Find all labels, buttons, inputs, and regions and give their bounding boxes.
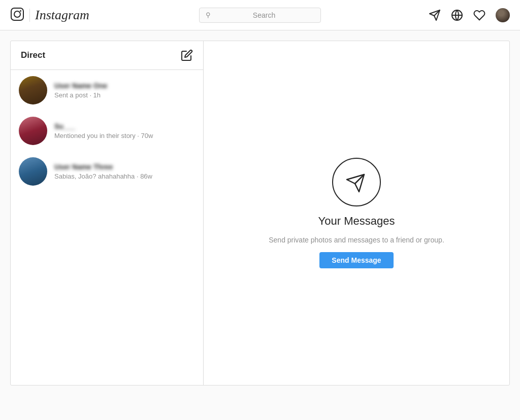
svg-rect-0	[11, 8, 23, 20]
heart-icon[interactable]	[473, 9, 485, 21]
app-title: Instagram	[35, 8, 89, 23]
svg-point-1	[14, 11, 20, 17]
conv-preview: Mentioned you in their story · 70w	[54, 132, 195, 139]
conv-info: User Name One Sent a post · 1h	[54, 82, 195, 99]
conv-preview: Sent a post · 1h	[54, 91, 195, 99]
list-item[interactable]: User Name One Sent a post · 1h	[11, 70, 203, 111]
dm-panel: Direct User Name One Sent a post · 1h	[11, 41, 204, 385]
compose-icon[interactable]	[181, 49, 193, 61]
logo-divider	[29, 9, 30, 22]
profile-avatar[interactable]	[496, 8, 510, 22]
messages-circle-icon	[332, 158, 381, 206]
avatar	[19, 76, 47, 104]
instagram-logo-icon	[10, 7, 24, 23]
main-card: Direct User Name One Sent a post · 1h	[10, 41, 510, 386]
direct-messages-icon[interactable]	[429, 9, 441, 21]
conv-info: User Name Three Sabias, João? ahahahahha…	[54, 163, 195, 180]
conv-info: Su___ Mentioned you in their story · 70w	[54, 122, 195, 139]
search-input[interactable]	[214, 11, 314, 19]
explore-icon[interactable]	[451, 9, 463, 21]
header-nav	[429, 8, 510, 22]
main-content: Direct User Name One Sent a post · 1h	[0, 30, 520, 420]
dm-title: Direct	[21, 50, 45, 60]
conversation-list: User Name One Sent a post · 1h Su___ Men…	[11, 70, 203, 385]
avatar	[19, 157, 47, 186]
header: Instagram ⚲	[0, 0, 520, 30]
search-box[interactable]: ⚲	[199, 8, 321, 23]
list-item[interactable]: User Name Three Sabias, João? ahahahahha…	[11, 151, 203, 192]
svg-point-2	[20, 10, 21, 12]
messages-subtitle: Send private photos and messages to a fr…	[269, 236, 444, 244]
search-icon: ⚲	[206, 11, 211, 19]
conv-name: User Name One	[54, 82, 195, 90]
send-message-button[interactable]: Send Message	[319, 252, 393, 268]
messages-title: Your Messages	[318, 215, 395, 228]
conv-name: Su___	[54, 122, 195, 130]
search-area: ⚲	[199, 8, 321, 23]
dm-header: Direct	[11, 41, 203, 70]
logo-area: Instagram	[10, 7, 89, 23]
avatar	[19, 117, 47, 145]
conv-name: User Name Three	[54, 163, 195, 171]
list-item[interactable]: Su___ Mentioned you in their story · 70w	[11, 111, 203, 151]
messages-panel: Your Messages Send private photos and me…	[204, 41, 509, 385]
conv-preview: Sabias, João? ahahahahha · 86w	[54, 172, 195, 180]
